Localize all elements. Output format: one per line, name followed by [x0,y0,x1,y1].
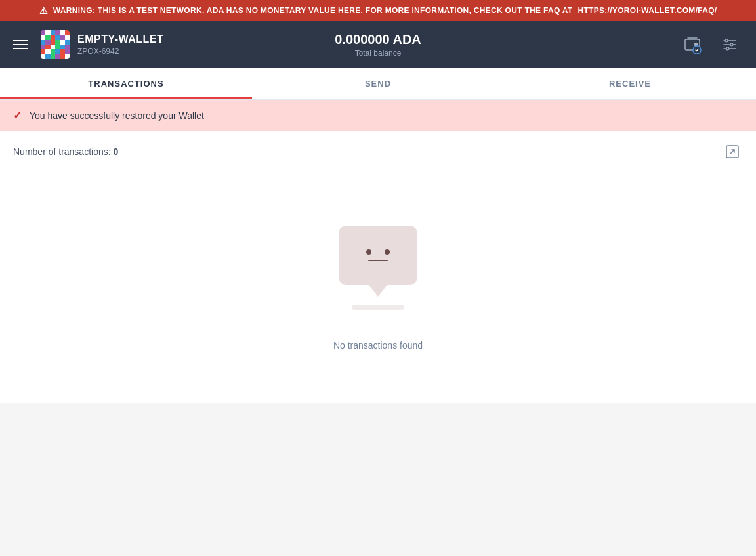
balance-amount: 0.000000 ADA [257,32,500,47]
warning-bar: ⚠ WARNING: THIS IS A TEST NETWORK. ADA H… [0,0,756,21]
shadow-bar [352,305,404,310]
wallet-info: EMPTY-WALLET ZPOX-6942 [77,33,163,56]
empty-state: No transactions found [0,173,756,403]
menu-icon[interactable] [13,40,28,49]
success-banner: ✓ You have successfully restored your Wa… [0,100,756,131]
avatar [41,30,70,59]
header-left: EMPTY-WALLET ZPOX-6942 [13,30,257,59]
empty-illustration [339,226,417,310]
svg-point-7 [730,43,733,46]
filter-icon-btn[interactable] [717,32,743,58]
export-icon[interactable] [722,141,743,162]
wallet-id: ZPOX-6942 [77,47,163,56]
transactions-header: Number of transactions: 0 [0,131,756,173]
face-eyes [366,249,390,255]
svg-point-8 [726,47,729,50]
warning-icon: ⚠ [39,5,48,16]
face-eye-left [366,249,371,255]
tabs: TRANSACTIONS SEND RECEIVE [0,68,756,100]
face-mouth [368,260,388,261]
svg-rect-1 [694,43,698,46]
wallet-name: EMPTY-WALLET [77,33,163,45]
header: EMPTY-WALLET ZPOX-6942 0.000000 ADA Tota… [0,21,756,68]
header-center: 0.000000 ADA Total balance [257,32,500,58]
success-message: You have successfully restored your Wall… [30,110,204,121]
empty-text: No transactions found [333,340,423,351]
face [366,249,390,261]
tab-receive[interactable]: RECEIVE [504,68,756,99]
warning-link[interactable]: HTTPS://YOROI-WALLET.COM/FAQ/ [578,6,717,15]
transactions-count: Number of transactions: 0 [13,146,118,157]
speech-bubble [339,226,417,285]
wallet-icon-btn[interactable] [680,32,706,58]
svg-point-6 [725,39,728,42]
balance-label: Total balance [257,49,500,58]
header-right [499,32,743,58]
success-checkmark-icon: ✓ [13,109,22,121]
tab-transactions[interactable]: TRANSACTIONS [0,68,252,99]
tab-send[interactable]: SEND [252,68,504,99]
face-eye-right [385,249,390,255]
warning-text: WARNING: THIS IS A TEST NETWORK. ADA HAS… [53,6,573,15]
